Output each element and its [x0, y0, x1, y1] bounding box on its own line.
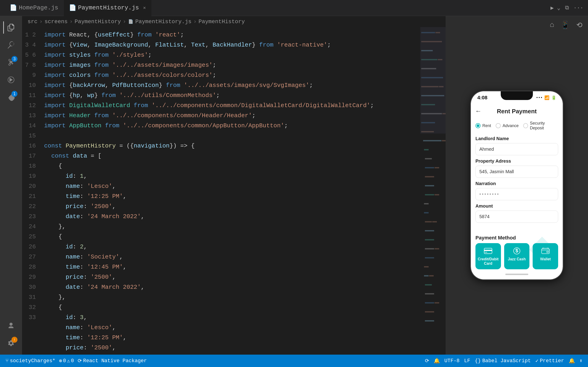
landlord-name-input[interactable] [476, 143, 558, 155]
radio-advance-circle[interactable] [496, 123, 501, 128]
back-button[interactable]: ← [476, 108, 480, 115]
preview-top-icons: ⌂ 📱 ⟲ [550, 21, 582, 30]
run-button[interactable]: ▶ ⌄ [550, 5, 560, 11]
breadcrumb-filename: PaymentHistory.js [135, 19, 191, 25]
breadcrumb-file-icon: 📄 [128, 19, 133, 24]
js-file-icon: 📄 [10, 5, 17, 11]
activity-bar-bottom: ! [3, 318, 19, 351]
phone-screen: 4:08 ▪▪▪ 📶 🔋 ← Rent Payment [471, 91, 563, 279]
breadcrumb-screens: screens [44, 19, 68, 25]
tab-label-homepage: HomePage.js [19, 4, 58, 11]
preview-panel: ⌂ 📱 ⟲ 4:08 ▪▪▪ 📶 🔋 [446, 16, 588, 355]
minimap [420, 27, 446, 355]
breadcrumb: src › screens › PaymentHistory › 📄 Payme… [22, 16, 446, 27]
status-bar-left: ⑂ societyCharges* ⊗ 0 ⚠ 0 ⟳ React Native… [6, 358, 147, 364]
breadcrumb-paymenthistory-folder: PaymentHistory [75, 19, 121, 25]
svg-rect-3 [485, 252, 487, 252]
line-numbers: 1 2 3 4 5 6 7 8 9 10 11 12 13 14 15 16 1… [22, 27, 40, 355]
warning-icon: ⚠ [67, 358, 70, 364]
branch-name: societyCharges* [10, 358, 55, 364]
activity-bar: 3 1 ! [0, 16, 22, 355]
payment-credit-card[interactable]: Credit/DabitCard [476, 243, 501, 269]
extensions-badge: 1 [11, 91, 17, 97]
feedback-icon[interactable]: 🔔 [569, 358, 575, 364]
tab-paymenthistory[interactable]: 📄 PaymentHistory.js ✕ [64, 0, 151, 16]
line-ending-label: LF [464, 358, 470, 364]
device-preview-icon[interactable]: 📱 [561, 21, 570, 30]
breadcrumb-src: src [27, 19, 37, 25]
radio-advance[interactable]: Advance [496, 123, 519, 128]
settings-badge: ! [11, 337, 17, 343]
amount-input[interactable] [476, 211, 558, 223]
svg-rect-2 [484, 250, 492, 251]
close-tab-button[interactable]: ✕ [143, 5, 146, 10]
language-bracket-icon: {} [475, 358, 481, 364]
breadcrumb-symbol: PaymentHistory [199, 19, 245, 25]
error-icon: ⊗ [59, 358, 62, 364]
jazz-cash-icon: $ [511, 247, 522, 255]
property-address-input[interactable] [476, 166, 558, 178]
code-content[interactable]: import React, {useEffect} from 'react'; … [40, 27, 420, 355]
minimap-canvas [420, 27, 446, 355]
more-actions-button[interactable]: ··· [573, 5, 583, 11]
phone-device: 4:08 ▪▪▪ 📶 🔋 ← Rent Payment [471, 91, 563, 279]
notification-icon[interactable]: 🔔 [434, 358, 440, 364]
sidebar-item-run[interactable] [3, 72, 19, 88]
narration-input[interactable] [476, 188, 558, 200]
form-section: Landlord Name Property Adress Narration … [471, 133, 563, 232]
radio-security-deposit[interactable]: Security Deposit [523, 121, 558, 131]
live-share-label: React Native Packager [83, 358, 147, 364]
editor-area: src › screens › PaymentHistory › 📄 Payme… [22, 16, 446, 355]
page-title: Rent Payment [497, 108, 536, 115]
breadcrumb-sep-1: › [39, 19, 43, 25]
status-errors[interactable]: ⊗ 0 ⚠ 0 [59, 358, 74, 364]
sidebar-item-extensions[interactable]: 1 [3, 90, 19, 105]
amount-label: Amount [476, 203, 558, 209]
git-branch-icon: ⑂ [6, 358, 9, 364]
breadcrumb-sep-2: › [69, 19, 73, 25]
radio-security-deposit-circle[interactable] [523, 123, 528, 128]
sidebar-item-account[interactable] [3, 318, 19, 334]
sync-icon[interactable]: ⟳ [425, 358, 429, 364]
wifi-signal-icon: 📶 [544, 95, 549, 100]
phone-content: ← Rent Payment Rent Advance [471, 104, 563, 279]
formatter-checkmark-icon: ✓ [536, 358, 538, 364]
js-file-icon-active: 📄 [69, 5, 76, 11]
split-editor-button[interactable]: ⧉ [565, 5, 569, 11]
sidebar-item-settings[interactable]: ! [3, 335, 19, 351]
payment-jazz-cash[interactable]: $ Jazz Cash [504, 243, 530, 269]
topbar-actions: ▶ ⌄ ⧉ ··· [550, 5, 583, 11]
top-bar: 📄 HomePage.js 📄 PaymentHistory.js ✕ ▶ ⌄ … [0, 0, 588, 16]
property-address-label: Property Adress [476, 158, 558, 164]
encoding-label: UTF-8 [444, 358, 460, 364]
home-indicator-bar [505, 274, 528, 275]
status-encoding[interactable]: UTF-8 [444, 358, 460, 364]
radio-rent[interactable]: Rent [476, 123, 491, 128]
battery-icon: 🔋 [551, 95, 556, 100]
home-preview-icon[interactable]: ⌂ [550, 21, 554, 30]
status-formatter[interactable]: ✓ Prettier [536, 358, 564, 364]
radio-rent-label: Rent [482, 123, 491, 128]
status-branch[interactable]: ⑂ societyCharges* [6, 358, 55, 364]
decorative-diamond [526, 234, 558, 266]
status-bar: ⑂ societyCharges* ⊗ 0 ⚠ 0 ⟳ React Native… [0, 355, 588, 367]
sidebar-item-explorer[interactable] [3, 20, 19, 35]
radio-security-deposit-label: Security Deposit [530, 121, 558, 131]
source-control-badge: 3 [11, 56, 17, 62]
code-editor: 1 2 3 4 5 6 7 8 9 10 11 12 13 14 15 16 1… [22, 27, 446, 355]
status-live-share[interactable]: ⟳ React Native Packager [78, 358, 147, 364]
narration-label: Narration [476, 181, 558, 186]
svg-text:$: $ [515, 248, 518, 254]
status-language[interactable]: {} Babel JavaScript [475, 358, 531, 364]
sidebar-item-search[interactable] [3, 37, 19, 53]
language-label: Babel JavaScript [482, 358, 531, 364]
main-area: 3 1 ! src › screens › PaymentHistory [0, 16, 588, 355]
landlord-name-label: Landlord Name [476, 136, 558, 141]
upload-icon[interactable]: ⬆ [579, 358, 582, 364]
rotate-preview-icon[interactable]: ⟲ [576, 21, 582, 30]
sidebar-item-source-control[interactable]: 3 [3, 55, 19, 70]
tab-homepage[interactable]: 📄 HomePage.js [5, 0, 64, 16]
radio-rent-circle[interactable] [476, 123, 481, 128]
warning-count: 0 [71, 358, 74, 364]
status-line-ending[interactable]: LF [464, 358, 470, 364]
